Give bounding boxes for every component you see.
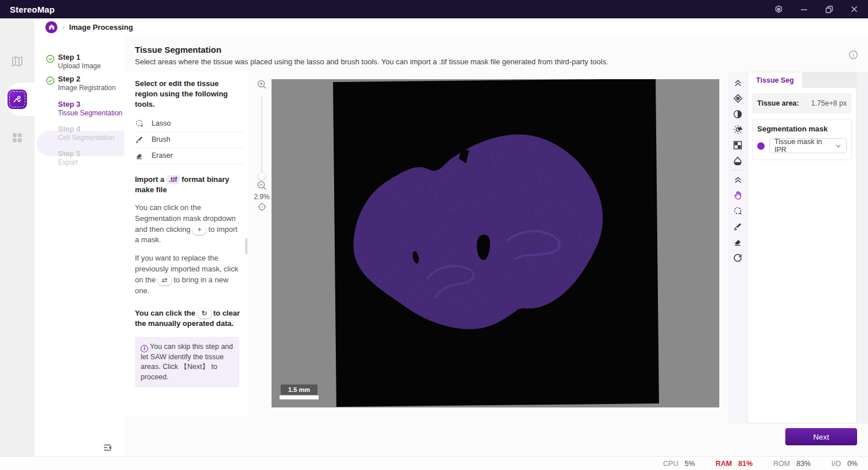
swap-mask-icon[interactable]: ⇄ — [158, 275, 172, 285]
close-button[interactable] — [848, 3, 860, 15]
toolbar-divider — [731, 170, 744, 170]
chevron-down-icon — [835, 143, 842, 149]
image-viewport[interactable]: 1.5 mm — [272, 79, 719, 407]
brightness-button[interactable] — [730, 122, 745, 137]
settings-gear-icon[interactable] — [773, 3, 784, 15]
brush-tool-button[interactable] — [730, 219, 745, 234]
brush-icon — [135, 135, 144, 144]
contrast-button[interactable] — [730, 106, 745, 122]
clear-data-icon[interactable]: ↻ — [197, 309, 211, 318]
status-bar: CPU 5% RAM 81% ROM 83% I/O 0% — [0, 456, 868, 470]
eraser-icon — [135, 152, 144, 160]
breadcrumb-separator-icon: › — [62, 23, 64, 32]
step-sublabel: Tissue Segmentation — [58, 109, 122, 117]
left-icon-rail — [0, 18, 34, 456]
brightness-icon — [733, 125, 743, 134]
tissue-area-value: 1.75e+8 px — [811, 99, 847, 107]
collapse-group-button-2[interactable] — [730, 172, 745, 188]
opacity-button[interactable] — [730, 153, 745, 168]
step-label: Step 5 — [58, 149, 80, 158]
sidebar-item-image-processing[interactable] — [0, 84, 34, 115]
ram-stat: RAM 81% — [716, 460, 753, 468]
titlebar: StereoMap — [0, 0, 868, 18]
chip-image — [333, 79, 659, 407]
step-label: Step 4 — [58, 125, 80, 133]
tissue-area-label: Tissue area: — [757, 99, 799, 107]
info-icon: i — [141, 345, 148, 352]
scale-bar-label: 1.5 mm — [281, 384, 317, 395]
mask-color-swatch[interactable] — [757, 142, 765, 150]
stat-label: RAM — [716, 460, 732, 468]
sidebar-item-apps[interactable] — [0, 122, 34, 153]
tif-badge: .tif — [166, 175, 180, 185]
checkerboard-button[interactable] — [730, 137, 745, 153]
tissue-area-box: Tissue area: 1.75e+8 px — [752, 93, 852, 114]
tools-heading: Select or edit the tissue region using t… — [135, 79, 244, 110]
step-sublabel: Image Registration — [58, 84, 116, 92]
brush-icon — [733, 222, 742, 231]
stat-value: 81% — [738, 460, 753, 468]
mask-selected-value: Tissue mask in IPR — [774, 138, 835, 154]
stat-value: 0% — [847, 460, 858, 468]
adjust-button[interactable] — [730, 91, 745, 106]
tool-label: Lasso — [152, 118, 170, 129]
zoom-level-value: 2.9% — [251, 193, 272, 201]
tool-brush[interactable]: Brush — [135, 132, 244, 148]
zoom-slider-handle[interactable] — [258, 172, 266, 180]
minimize-button[interactable] — [798, 3, 809, 15]
tab-tissue-seg[interactable]: Tissue Seg — [748, 72, 802, 88]
collapse-group-button[interactable] — [730, 75, 745, 91]
segmentation-mask-heading: Segmentation mask — [757, 125, 847, 133]
lasso-icon — [135, 119, 144, 128]
pan-tool-button-active[interactable] — [730, 188, 745, 203]
step-label: Step 1 — [58, 53, 80, 61]
step-label: Step 3 — [58, 100, 80, 108]
breadcrumb-current: Image Processing — [69, 23, 133, 32]
segmentation-mask-card: Segmentation mask Tissue mask in IPR — [752, 119, 852, 160]
fit-view-button[interactable] — [251, 202, 272, 213]
zoom-in-button[interactable] — [251, 79, 272, 91]
eraser-icon — [733, 238, 742, 247]
page-subtitle: Select areas where the tissue was placed… — [135, 57, 609, 66]
chevrons-up-icon — [734, 176, 742, 184]
sidebar-item-map[interactable] — [0, 46, 34, 77]
zoom-slider-track[interactable] — [261, 96, 262, 177]
tissue-mask-overlay — [333, 79, 659, 407]
collapse-panel-icon[interactable] — [102, 442, 113, 453]
hand-pan-icon — [733, 191, 743, 200]
step-sublabel: Cell Segmentation — [58, 134, 114, 142]
reset-tool-button[interactable] — [730, 250, 745, 265]
tool-label: Eraser — [152, 150, 173, 161]
instruction-scrollbar[interactable] — [245, 238, 247, 254]
tip-box: iYou can skip this step and let SAW iden… — [135, 337, 239, 387]
info-icon[interactable] — [848, 50, 858, 60]
opacity-drop-icon — [733, 156, 742, 165]
page-title: Tissue Segmentation — [135, 45, 222, 55]
step-sublabel: Export — [58, 158, 78, 166]
import-paragraph-2: If you want to replace the previously im… — [135, 253, 244, 296]
tool-lasso[interactable]: Lasso — [135, 116, 244, 132]
cpu-stat: CPU 5% — [663, 460, 695, 468]
scale-bar-line — [280, 395, 319, 399]
import-heading: Import a .tif format binary make file — [135, 174, 244, 195]
add-mask-icon[interactable]: + — [192, 225, 206, 235]
rom-stat: ROM 83% — [773, 460, 811, 468]
checkerboard-icon — [733, 141, 742, 150]
stat-value: 83% — [796, 460, 811, 468]
window-controls — [773, 3, 860, 15]
mask-select[interactable]: Tissue mask in IPR — [769, 138, 847, 153]
restore-button[interactable] — [823, 3, 835, 15]
map-icon — [10, 55, 24, 68]
eraser-tool-button[interactable] — [730, 234, 745, 250]
right-edge-strip — [857, 72, 868, 424]
home-button[interactable] — [45, 21, 57, 33]
next-button[interactable]: Next — [785, 428, 857, 445]
clear-heading: You can click the ↻ to clear the manuall… — [135, 308, 244, 329]
tool-eraser[interactable]: Eraser — [135, 148, 244, 164]
image-processing-icon — [7, 90, 27, 109]
lasso-tool-button[interactable] — [730, 203, 745, 219]
zoom-out-button[interactable] — [251, 180, 272, 192]
instruction-panel: Select or edit the tissue region using t… — [125, 72, 247, 416]
stat-label: CPU — [663, 460, 678, 468]
step-sublabel: Upload Image — [58, 62, 101, 70]
